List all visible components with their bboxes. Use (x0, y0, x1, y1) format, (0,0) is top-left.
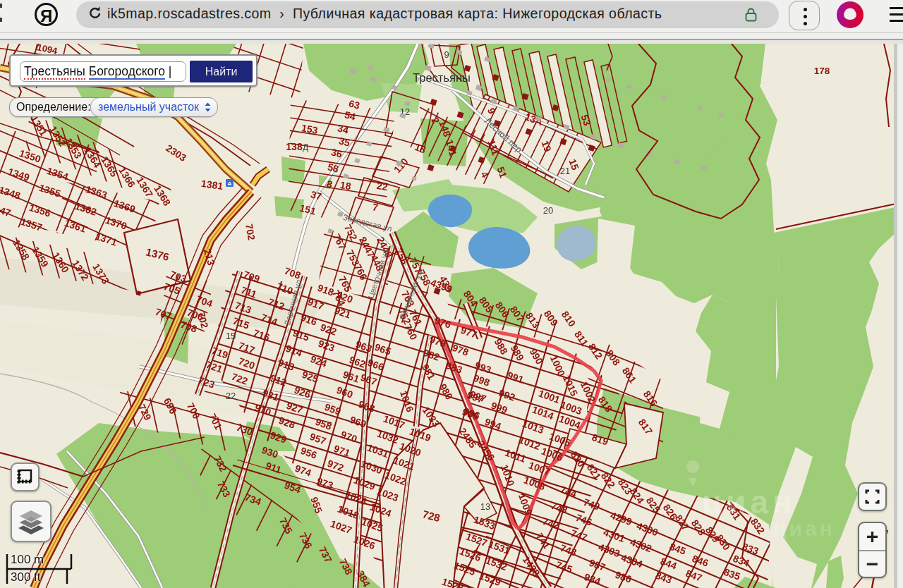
svg-text:Трестьяны: Трестьяны (413, 71, 471, 84)
svg-text:A: A (228, 180, 232, 187)
svg-text:178: 178 (814, 66, 830, 76)
svg-text:21: 21 (560, 166, 570, 176)
svg-text:138: 138 (286, 141, 303, 152)
svg-text:15: 15 (226, 331, 236, 341)
svg-text:20: 20 (543, 205, 553, 216)
svg-text:22: 22 (376, 180, 389, 192)
svg-text:18: 18 (339, 179, 352, 192)
svg-text:циан: циан (773, 517, 835, 540)
svg-text:циан: циан (702, 484, 796, 520)
svg-text:Д: Д (303, 142, 308, 152)
svg-text:13: 13 (480, 501, 490, 512)
svg-text:22: 22 (226, 391, 236, 401)
svg-text:9: 9 (444, 49, 449, 60)
